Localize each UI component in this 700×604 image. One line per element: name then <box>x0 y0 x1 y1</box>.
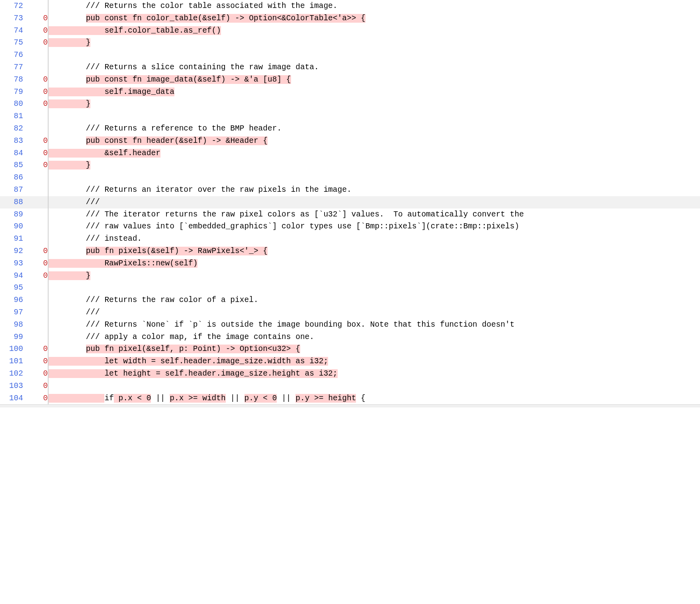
code-content[interactable] <box>49 110 700 123</box>
code-line[interactable]: 91 /// instead. <box>0 233 700 245</box>
code-content[interactable]: /// Returns `None` if `p` is outside the… <box>49 319 700 331</box>
code-line[interactable]: 76 <box>0 49 700 61</box>
code-content[interactable] <box>49 49 700 61</box>
line-number[interactable]: 95 <box>0 282 23 294</box>
code-content[interactable]: } <box>49 98 700 110</box>
code-content[interactable]: /// instead. <box>49 233 700 245</box>
code-content[interactable] <box>49 171 700 184</box>
code-line[interactable]: 95 <box>0 282 700 294</box>
line-number[interactable]: 90 <box>0 220 23 233</box>
code-line[interactable]: 96 /// Returns the raw color of a pixel. <box>0 294 700 306</box>
line-number[interactable]: 75 <box>0 37 23 49</box>
line-number[interactable]: 91 <box>0 233 23 245</box>
line-number[interactable]: 79 <box>0 86 23 98</box>
line-number[interactable]: 88 <box>0 196 23 208</box>
code-content[interactable]: /// Returns the raw color of a pixel. <box>49 294 700 306</box>
code-line[interactable]: 1000 pub fn pixel(&self, p: Point) -> Op… <box>0 343 700 355</box>
line-number[interactable]: 98 <box>0 319 23 331</box>
line-number[interactable]: 94 <box>0 270 23 282</box>
line-number[interactable]: 73 <box>0 12 23 25</box>
line-number[interactable]: 77 <box>0 61 23 74</box>
code-content[interactable]: /// <box>49 306 700 319</box>
code-content[interactable]: RawPixels::new(self) <box>49 257 700 270</box>
line-number[interactable]: 89 <box>0 208 23 221</box>
line-number[interactable]: 97 <box>0 306 23 319</box>
code-line[interactable]: 740 self.color_table.as_ref() <box>0 25 700 37</box>
code-content[interactable]: /// apply a color map, if the image cont… <box>49 331 700 343</box>
line-number[interactable]: 103 <box>0 380 23 392</box>
code-content[interactable]: let height = self.header.image_size.heig… <box>49 368 700 380</box>
code-line[interactable]: 87 /// Returns an iterator over the raw … <box>0 184 700 196</box>
code-line[interactable]: 99 /// apply a color map, if the image c… <box>0 331 700 343</box>
code-content[interactable]: let width = self.header.image_size.width… <box>49 355 700 368</box>
code-line[interactable]: 940 } <box>0 270 700 282</box>
line-number[interactable]: 83 <box>0 135 23 147</box>
code-content[interactable]: pub fn pixels(&self) -> RawPixels<'_> { <box>49 245 700 257</box>
bottom-scrollbar-track[interactable] <box>0 404 700 407</box>
line-number[interactable]: 85 <box>0 159 23 171</box>
line-number[interactable]: 104 <box>0 392 23 405</box>
code-content[interactable]: &self.header <box>49 147 700 160</box>
line-number[interactable]: 72 <box>0 0 23 12</box>
code-line[interactable]: 730 pub const fn color_table(&self) -> O… <box>0 12 700 25</box>
line-number[interactable]: 96 <box>0 294 23 306</box>
code-line[interactable]: 1010 let width = self.header.image_size.… <box>0 355 700 368</box>
code-content[interactable]: /// Returns a reference to the BMP heade… <box>49 123 700 135</box>
code-content[interactable]: } <box>49 270 700 282</box>
code-content[interactable]: /// <box>49 196 700 208</box>
line-number[interactable]: 101 <box>0 355 23 368</box>
line-number[interactable]: 82 <box>0 123 23 135</box>
line-number[interactable]: 100 <box>0 343 23 355</box>
code-line[interactable]: 82 /// Returns a reference to the BMP he… <box>0 123 700 135</box>
code-line[interactable]: 81 <box>0 110 700 123</box>
code-line[interactable]: 930 RawPixels::new(self) <box>0 257 700 270</box>
code-content[interactable]: if p.x < 0 || p.x >= width || p.y < 0 ||… <box>49 392 700 405</box>
code-line[interactable]: 850 } <box>0 159 700 171</box>
line-number[interactable]: 76 <box>0 49 23 61</box>
line-number[interactable]: 84 <box>0 147 23 160</box>
line-number[interactable]: 78 <box>0 74 23 86</box>
code-content[interactable]: /// raw values into [`embedded_graphics`… <box>49 220 700 233</box>
code-line[interactable]: 97 /// <box>0 306 700 319</box>
code-content[interactable]: } <box>49 159 700 171</box>
code-line[interactable]: 790 self.image_data <box>0 86 700 98</box>
code-content[interactable]: /// Returns an iterator over the raw pix… <box>49 184 700 196</box>
code-line[interactable]: 830 pub const fn header(&self) -> &Heade… <box>0 135 700 147</box>
code-line[interactable]: 920 pub fn pixels(&self) -> RawPixels<'_… <box>0 245 700 257</box>
code-line[interactable]: 72 /// Returns the color table associate… <box>0 0 700 12</box>
code-line[interactable]: 77 /// Returns a slice containing the ra… <box>0 61 700 74</box>
line-number[interactable]: 87 <box>0 184 23 196</box>
code-line[interactable]: 800 } <box>0 98 700 110</box>
code-content[interactable]: self.color_table.as_ref() <box>49 25 700 37</box>
line-number[interactable]: 86 <box>0 171 23 184</box>
line-number[interactable]: 74 <box>0 25 23 37</box>
code-content[interactable]: /// The iterator returns the raw pixel c… <box>49 208 700 221</box>
code-content[interactable]: pub const fn image_data(&self) -> &'a [u… <box>49 74 700 86</box>
code-line[interactable]: 1030 <box>0 380 700 392</box>
code-content[interactable]: /// Returns a slice containing the raw i… <box>49 61 700 74</box>
code-content[interactable]: pub const fn header(&self) -> &Header { <box>49 135 700 147</box>
code-line[interactable]: 840 &self.header <box>0 147 700 160</box>
code-line[interactable]: 98 /// Returns `None` if `p` is outside … <box>0 319 700 331</box>
code-content[interactable]: /// Returns the color table associated w… <box>49 0 700 12</box>
code-line[interactable]: 1020 let height = self.header.image_size… <box>0 368 700 380</box>
code-content[interactable] <box>49 380 700 392</box>
code-content[interactable]: self.image_data <box>49 86 700 98</box>
code-content[interactable]: } <box>49 37 700 49</box>
code-line[interactable]: 90 /// raw values into [`embedded_graphi… <box>0 220 700 233</box>
code-content[interactable] <box>49 282 700 294</box>
code-content[interactable]: pub fn pixel(&self, p: Point) -> Option<… <box>49 343 700 355</box>
line-number[interactable]: 81 <box>0 110 23 123</box>
code-line[interactable]: 750 } <box>0 37 700 49</box>
code-content[interactable]: pub const fn color_table(&self) -> Optio… <box>49 12 700 25</box>
line-number[interactable]: 92 <box>0 245 23 257</box>
code-line[interactable]: 88 /// <box>0 196 700 208</box>
line-number[interactable]: 93 <box>0 257 23 270</box>
code-line[interactable]: 780 pub const fn image_data(&self) -> &'… <box>0 74 700 86</box>
line-number[interactable]: 99 <box>0 331 23 343</box>
line-number[interactable]: 80 <box>0 98 23 110</box>
code-line[interactable]: 86 <box>0 171 700 184</box>
line-number[interactable]: 102 <box>0 368 23 380</box>
code-line[interactable]: 1040 if p.x < 0 || p.x >= width || p.y <… <box>0 392 700 405</box>
code-line[interactable]: 89 /// The iterator returns the raw pixe… <box>0 208 700 221</box>
